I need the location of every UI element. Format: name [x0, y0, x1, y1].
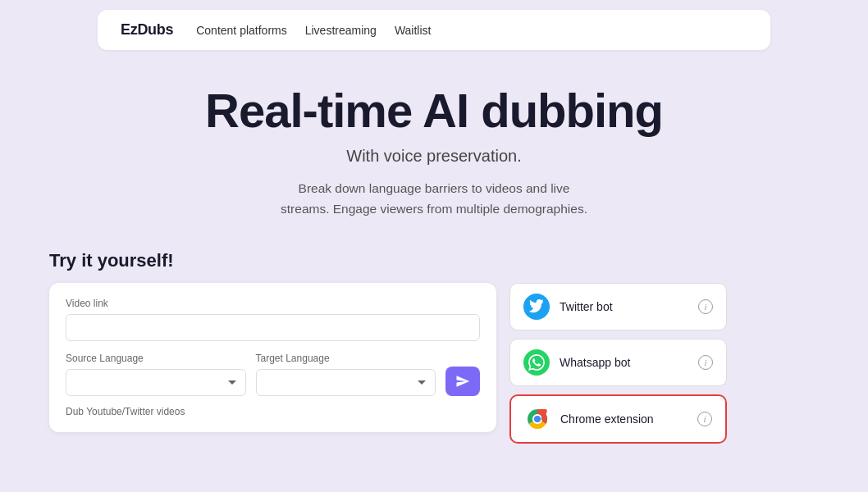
video-link-label: Video link: [66, 298, 480, 309]
try-title: Try it yourself!: [49, 250, 819, 271]
nav-waitlist[interactable]: Waitlist: [395, 24, 432, 37]
nav-livestreaming[interactable]: Livestreaming: [305, 24, 377, 37]
hero-title: Real-time AI dubbing: [16, 84, 852, 137]
video-link-input[interactable]: [66, 314, 480, 341]
whatsapp-bot-label: Whatsapp bot: [560, 356, 630, 369]
svg-point-3: [534, 416, 541, 422]
nav-links: Content platforms Livestreaming Waitlist: [196, 23, 431, 38]
target-language-label: Target Language: [256, 353, 436, 364]
chrome-extension-label: Chrome extension: [560, 412, 654, 426]
hero-description: Break down language barriers to videos a…: [262, 179, 606, 220]
chrome-icon: [524, 406, 550, 432]
try-section: Try it yourself! Video link Source Langu…: [0, 235, 868, 444]
source-language-label: Source Language: [66, 353, 246, 364]
right-panel: Twitter bot i Whatsapp bot i: [509, 283, 727, 444]
twitter-bot-left: Twitter bot: [523, 294, 613, 320]
twitter-bot-button[interactable]: Twitter bot i: [509, 283, 727, 330]
chrome-extension-left: Chrome extension: [524, 406, 654, 432]
twitter-bot-info-icon[interactable]: i: [698, 299, 713, 314]
twitter-icon: [523, 294, 550, 320]
form-card: Video link Source Language Target Langua…: [49, 283, 496, 432]
whatsapp-bot-info-icon[interactable]: i: [698, 355, 713, 370]
form-row: Source Language Target Language: [66, 353, 480, 396]
twitter-bot-label: Twitter bot: [560, 300, 613, 313]
chrome-extension-button[interactable]: Chrome extension i: [509, 394, 727, 444]
logo: EzDubs: [121, 21, 173, 39]
send-icon: [455, 374, 470, 389]
source-language-wrap: Source Language: [66, 353, 246, 396]
whatsapp-icon: [523, 349, 550, 376]
chrome-extension-info-icon[interactable]: i: [697, 412, 712, 426]
whatsapp-bot-left: Whatsapp bot: [523, 349, 630, 376]
navbar: EzDubs Content platforms Livestreaming W…: [98, 10, 770, 50]
nav-content-platforms[interactable]: Content platforms: [196, 24, 287, 37]
source-language-select[interactable]: [66, 369, 246, 396]
target-language-select[interactable]: [256, 369, 436, 396]
hero-subtitle: With voice preservation.: [16, 147, 852, 166]
hero-section: Real-time AI dubbing With voice preserva…: [0, 60, 868, 235]
target-language-wrap: Target Language: [256, 353, 436, 396]
try-content: Video link Source Language Target Langua…: [49, 283, 819, 444]
whatsapp-bot-button[interactable]: Whatsapp bot i: [509, 339, 727, 386]
form-footer: Dub Youtube/Twitter videos: [66, 406, 480, 417]
send-button[interactable]: [445, 367, 480, 396]
